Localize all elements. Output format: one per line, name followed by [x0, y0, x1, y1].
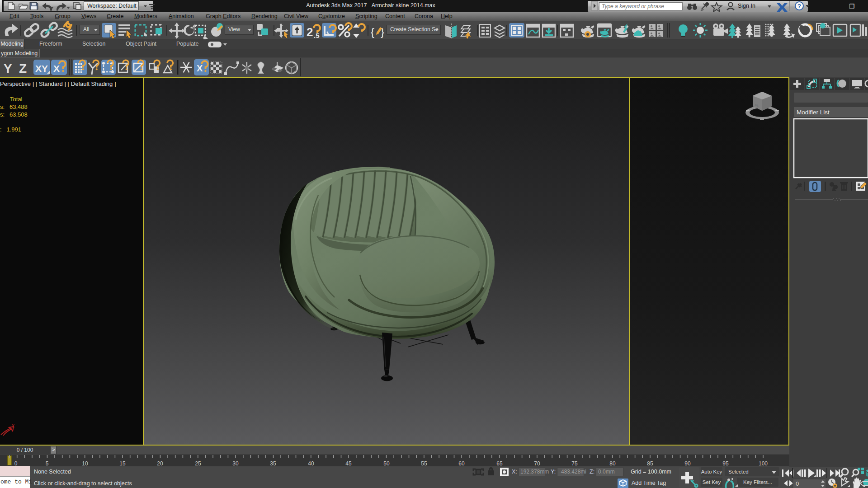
svg-text:X: X	[53, 63, 60, 74]
svg-text:XY: XY	[35, 63, 48, 74]
svg-text:Y: Y	[4, 61, 12, 75]
svg-text:X: X	[197, 63, 203, 73]
svg-text:0: 0	[796, 480, 799, 487]
svg-text:x: x	[12, 422, 14, 429]
svg-text:Z: Z	[19, 61, 27, 75]
svg-text:?: ?	[797, 3, 801, 9]
svg-text:Modifier List: Modifier List	[797, 109, 830, 116]
